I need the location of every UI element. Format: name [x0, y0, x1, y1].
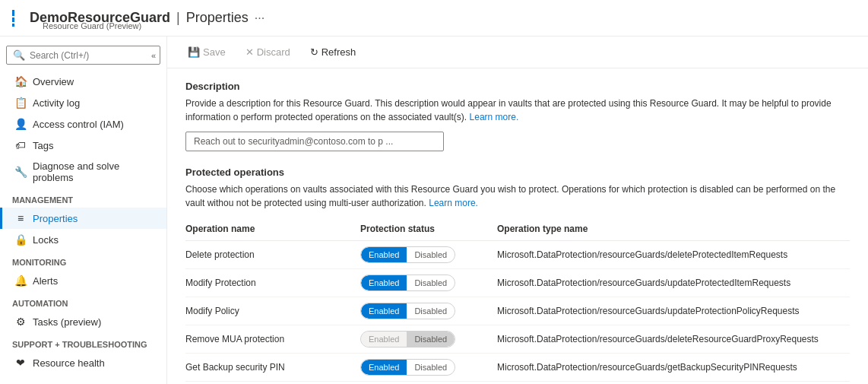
operation-name: Get Backup security PIN — [185, 362, 360, 373]
protected-operations-section: Protected operations Choose which operat… — [185, 167, 850, 384]
save-icon: 💾 — [188, 46, 200, 58]
sidebar-item-label: Activity log — [33, 97, 80, 109]
sidebar-item-label: Alerts — [33, 275, 58, 287]
table-row: Get Backup security PIN Enabled Disabled… — [185, 354, 850, 382]
description-title: Description — [185, 81, 850, 92]
toggle-group[interactable]: Enabled Disabled — [360, 303, 455, 319]
tags-icon: 🏷 — [14, 139, 27, 151]
enabled-toggle-btn[interactable]: Enabled — [361, 332, 407, 347]
description-learn-more-link[interactable]: Learn more. — [470, 112, 519, 122]
top-header: DemoResourceGuard | Properties ··· Resou… — [0, 0, 868, 36]
discard-button[interactable]: ✕ Discard — [237, 43, 299, 62]
discard-label: Discard — [257, 46, 290, 58]
header-separator: | — [176, 10, 180, 26]
properties-icon: ≡ — [14, 212, 27, 224]
search-input[interactable] — [30, 50, 144, 61]
resource-health-icon: ❤ — [14, 357, 27, 369]
protected-ops-learn-more-link[interactable]: Learn more. — [429, 198, 478, 208]
table-row: Remove MUA protection Enabled Disabled M… — [185, 325, 850, 354]
content-body: Description Provide a description for th… — [167, 68, 868, 384]
protection-status-toggle: Enabled Disabled — [360, 331, 497, 348]
refresh-icon: ↻ — [310, 46, 318, 58]
disabled-toggle-btn[interactable]: Disabled — [407, 303, 455, 319]
protection-status-toggle: Enabled Disabled — [360, 246, 497, 263]
main-layout: 🔍 « 🏠 Overview 📋 Activity log 👤 Access c… — [0, 36, 868, 384]
sidebar-item-label: Diagnose and solve problems — [33, 160, 154, 183]
automation-section-label: Automation — [0, 291, 166, 311]
sidebar-item-tasks[interactable]: ⚙ Tasks (preview) — [0, 311, 166, 332]
enabled-toggle-btn[interactable]: Enabled — [361, 303, 407, 319]
disabled-toggle-btn[interactable]: Disabled — [407, 247, 455, 262]
sidebar-item-overview[interactable]: 🏠 Overview — [0, 71, 166, 92]
toggle-group[interactable]: Enabled Disabled — [360, 275, 455, 291]
sidebar-item-resource-health[interactable]: ❤ Resource health — [0, 352, 166, 373]
operation-name: Modify Policy — [185, 306, 360, 316]
sidebar-item-label: Locks — [33, 234, 59, 246]
management-section-label: Management — [0, 188, 166, 208]
table-row: Modify Policy Enabled Disabled Microsoft… — [185, 297, 850, 325]
operation-type-name: Microsoft.DataProtection/resourceGuards/… — [497, 362, 850, 373]
description-input[interactable]: Reach out to securityadmin@contoso.com t… — [185, 132, 444, 151]
operation-type-name: Microsoft.DataProtection/resourceGuards/… — [497, 306, 850, 316]
protection-status-toggle: Enabled Disabled — [360, 303, 497, 319]
operation-type-name: Microsoft.DataProtection/resourceGuards/… — [497, 278, 850, 288]
sidebar-item-tags[interactable]: 🏷 Tags — [0, 135, 166, 156]
sidebar-item-alerts[interactable]: 🔔 Alerts — [0, 270, 166, 291]
protection-status-toggle: Enabled Disabled — [360, 359, 497, 376]
support-section-label: Support + troubleshooting — [0, 332, 166, 352]
protected-ops-text: Choose which operations on vaults associ… — [185, 182, 850, 210]
description-text: Provide a description for this Resource … — [185, 97, 850, 124]
sidebar-item-iam[interactable]: 👤 Access control (IAM) — [0, 113, 166, 135]
table-row: Delete protection Enabled Disabled Micro… — [185, 241, 850, 269]
col-header-status: Protection status — [360, 224, 497, 234]
col-header-type: Operation type name — [497, 224, 850, 234]
resource-type-label: Resource Guard (Preview) — [43, 21, 141, 30]
tasks-icon: ⚙ — [14, 316, 27, 328]
protection-status-toggle: Enabled Disabled — [360, 275, 497, 291]
enabled-toggle-btn[interactable]: Enabled — [361, 247, 407, 262]
page-title: Properties — [186, 10, 249, 26]
refresh-button[interactable]: ↻ Refresh — [302, 43, 365, 62]
logo-icon — [12, 10, 14, 27]
sidebar-item-label: Tags — [33, 140, 53, 151]
diagnose-icon: 🔧 — [14, 166, 27, 178]
refresh-label: Refresh — [322, 46, 356, 58]
disabled-toggle-btn[interactable]: Disabled — [407, 360, 455, 375]
monitoring-section-label: Monitoring — [0, 250, 166, 270]
sidebar-item-label: Properties — [33, 213, 78, 224]
sidebar: 🔍 « 🏠 Overview 📋 Activity log 👤 Access c… — [0, 36, 167, 384]
enabled-toggle-btn[interactable]: Enabled — [361, 275, 407, 290]
toolbar: 💾 Save ✕ Discard ↻ Refresh — [167, 36, 868, 68]
toggle-group[interactable]: Enabled Disabled — [360, 359, 455, 376]
operation-name: Modify Protection — [185, 278, 360, 288]
sidebar-item-label: Overview — [33, 76, 74, 87]
sidebar-item-locks[interactable]: 🔒 Locks — [0, 229, 166, 250]
disabled-toggle-btn[interactable]: Disabled — [407, 275, 455, 290]
more-options-button[interactable]: ··· — [255, 11, 265, 25]
discard-icon: ✕ — [246, 46, 254, 58]
sidebar-item-activity-log[interactable]: 📋 Activity log — [0, 92, 166, 113]
protected-ops-title: Protected operations — [185, 167, 850, 178]
operation-name: Remove MUA protection — [185, 334, 360, 344]
operation-type-name: Microsoft.DataProtection/resourceGuards/… — [497, 249, 850, 260]
disabled-toggle-btn[interactable]: Disabled — [407, 332, 455, 347]
iam-icon: 👤 — [14, 118, 27, 130]
sidebar-item-label: Tasks (preview) — [33, 316, 101, 328]
collapse-button[interactable]: « — [148, 51, 159, 60]
table-body: Delete protection Enabled Disabled Micro… — [185, 241, 850, 384]
operation-name: Delete protection — [185, 249, 360, 260]
table-header: Operation name Protection status Operati… — [185, 217, 850, 241]
save-label: Save — [203, 46, 226, 58]
toggle-group[interactable]: Enabled Disabled — [360, 246, 455, 263]
description-section: Description Provide a description for th… — [185, 81, 850, 151]
sidebar-item-properties[interactable]: ≡ Properties — [0, 208, 166, 229]
alerts-icon: 🔔 — [14, 275, 27, 287]
activity-log-icon: 📋 — [14, 97, 27, 109]
sidebar-item-diagnose[interactable]: 🔧 Diagnose and solve problems — [0, 156, 166, 188]
search-box[interactable]: 🔍 « — [6, 46, 160, 65]
save-button[interactable]: 💾 Save — [179, 43, 234, 62]
enabled-toggle-btn[interactable]: Enabled — [361, 360, 407, 375]
app-logo — [12, 10, 21, 27]
toggle-group[interactable]: Enabled Disabled — [360, 331, 455, 348]
content-area: 💾 Save ✕ Discard ↻ Refresh Description P… — [167, 36, 868, 384]
